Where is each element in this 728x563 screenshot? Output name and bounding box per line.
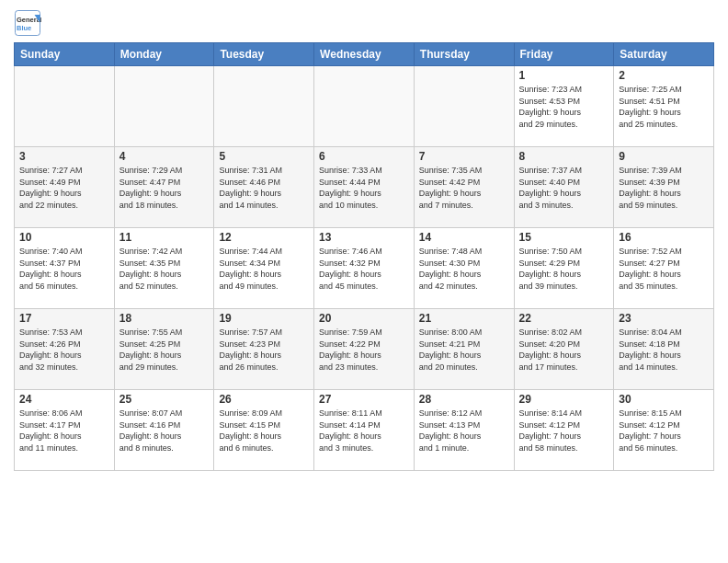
calendar-cell: 20Sunrise: 7:59 AM Sunset: 4:22 PM Dayli…: [314, 309, 415, 390]
day-info: Sunrise: 7:37 AM Sunset: 4:40 PM Dayligh…: [519, 165, 609, 211]
day-number: 15: [519, 231, 609, 244]
day-number: 5: [219, 150, 309, 163]
calendar-cell: 5Sunrise: 7:31 AM Sunset: 4:46 PM Daylig…: [214, 147, 314, 228]
day-number: 7: [419, 150, 509, 163]
day-number: 26: [219, 393, 309, 406]
day-info: Sunrise: 8:09 AM Sunset: 4:15 PM Dayligh…: [219, 408, 309, 454]
calendar-week-row: 24Sunrise: 8:06 AM Sunset: 4:17 PM Dayli…: [15, 390, 714, 471]
day-info: Sunrise: 7:46 AM Sunset: 4:32 PM Dayligh…: [319, 246, 409, 292]
day-number: 27: [319, 393, 409, 406]
day-info: Sunrise: 7:40 AM Sunset: 4:37 PM Dayligh…: [19, 246, 109, 292]
weekday-header: Friday: [514, 43, 614, 66]
day-info: Sunrise: 7:31 AM Sunset: 4:46 PM Dayligh…: [219, 165, 309, 211]
day-number: 4: [119, 150, 210, 163]
day-number: 21: [419, 312, 509, 325]
day-info: Sunrise: 8:06 AM Sunset: 4:17 PM Dayligh…: [19, 408, 109, 454]
calendar-week-row: 17Sunrise: 7:53 AM Sunset: 4:26 PM Dayli…: [15, 309, 714, 390]
weekday-header: Tuesday: [214, 43, 314, 66]
day-info: Sunrise: 8:14 AM Sunset: 4:12 PM Dayligh…: [519, 408, 609, 454]
calendar-cell: 7Sunrise: 7:35 AM Sunset: 4:42 PM Daylig…: [414, 147, 514, 228]
calendar-header-row: SundayMondayTuesdayWednesdayThursdayFrid…: [15, 43, 714, 66]
calendar-cell: 30Sunrise: 8:15 AM Sunset: 4:12 PM Dayli…: [614, 390, 714, 471]
day-number: 3: [19, 150, 109, 163]
calendar-cell: 22Sunrise: 8:02 AM Sunset: 4:20 PM Dayli…: [514, 309, 614, 390]
day-number: 11: [119, 231, 210, 244]
day-number: 17: [19, 312, 109, 325]
day-info: Sunrise: 7:55 AM Sunset: 4:25 PM Dayligh…: [119, 327, 210, 373]
day-number: 23: [619, 312, 709, 325]
logo: General Blue: [14, 9, 45, 37]
day-info: Sunrise: 7:39 AM Sunset: 4:39 PM Dayligh…: [619, 165, 709, 211]
day-number: 1: [519, 69, 609, 82]
calendar-cell: 3Sunrise: 7:27 AM Sunset: 4:49 PM Daylig…: [15, 147, 115, 228]
calendar-cell: [114, 66, 214, 147]
day-number: 30: [619, 393, 709, 406]
calendar-cell: 6Sunrise: 7:33 AM Sunset: 4:44 PM Daylig…: [314, 147, 415, 228]
day-number: 8: [519, 150, 609, 163]
calendar-cell: [414, 66, 514, 147]
day-number: 22: [519, 312, 609, 325]
day-info: Sunrise: 7:29 AM Sunset: 4:47 PM Dayligh…: [119, 165, 210, 211]
day-info: Sunrise: 7:25 AM Sunset: 4:51 PM Dayligh…: [619, 84, 709, 130]
calendar-cell: [314, 66, 415, 147]
calendar-cell: 11Sunrise: 7:42 AM Sunset: 4:35 PM Dayli…: [114, 228, 214, 309]
day-number: 29: [519, 393, 609, 406]
day-number: 9: [619, 150, 709, 163]
calendar-cell: 1Sunrise: 7:23 AM Sunset: 4:53 PM Daylig…: [514, 66, 614, 147]
weekday-header: Thursday: [414, 43, 514, 66]
day-info: Sunrise: 8:04 AM Sunset: 4:18 PM Dayligh…: [619, 327, 709, 373]
day-number: 16: [619, 231, 709, 244]
calendar-cell: 21Sunrise: 8:00 AM Sunset: 4:21 PM Dayli…: [414, 309, 514, 390]
day-info: Sunrise: 7:23 AM Sunset: 4:53 PM Dayligh…: [519, 84, 609, 130]
day-number: 10: [19, 231, 109, 244]
weekday-header: Monday: [114, 43, 214, 66]
day-info: Sunrise: 8:02 AM Sunset: 4:20 PM Dayligh…: [519, 327, 609, 373]
logo-icon: General Blue: [14, 9, 41, 37]
day-info: Sunrise: 7:35 AM Sunset: 4:42 PM Dayligh…: [419, 165, 509, 211]
day-info: Sunrise: 7:50 AM Sunset: 4:29 PM Dayligh…: [519, 246, 609, 292]
header: General Blue: [14, 9, 714, 37]
day-info: Sunrise: 7:52 AM Sunset: 4:27 PM Dayligh…: [619, 246, 709, 292]
day-info: Sunrise: 7:33 AM Sunset: 4:44 PM Dayligh…: [319, 165, 409, 211]
calendar-cell: 9Sunrise: 7:39 AM Sunset: 4:39 PM Daylig…: [614, 147, 714, 228]
calendar-cell: 23Sunrise: 8:04 AM Sunset: 4:18 PM Dayli…: [614, 309, 714, 390]
day-number: 19: [219, 312, 309, 325]
calendar-cell: [15, 66, 115, 147]
day-number: 25: [119, 393, 210, 406]
calendar-cell: 24Sunrise: 8:06 AM Sunset: 4:17 PM Dayli…: [15, 390, 115, 471]
day-info: Sunrise: 7:48 AM Sunset: 4:30 PM Dayligh…: [419, 246, 509, 292]
calendar-cell: 25Sunrise: 8:07 AM Sunset: 4:16 PM Dayli…: [114, 390, 214, 471]
day-info: Sunrise: 7:57 AM Sunset: 4:23 PM Dayligh…: [219, 327, 309, 373]
day-number: 13: [319, 231, 409, 244]
day-info: Sunrise: 7:27 AM Sunset: 4:49 PM Dayligh…: [19, 165, 109, 211]
day-info: Sunrise: 7:59 AM Sunset: 4:22 PM Dayligh…: [319, 327, 409, 373]
calendar-table: SundayMondayTuesdayWednesdayThursdayFrid…: [14, 42, 714, 471]
day-number: 18: [119, 312, 210, 325]
day-info: Sunrise: 7:44 AM Sunset: 4:34 PM Dayligh…: [219, 246, 309, 292]
day-info: Sunrise: 7:42 AM Sunset: 4:35 PM Dayligh…: [119, 246, 210, 292]
calendar-cell: 18Sunrise: 7:55 AM Sunset: 4:25 PM Dayli…: [114, 309, 214, 390]
calendar-cell: 29Sunrise: 8:14 AM Sunset: 4:12 PM Dayli…: [514, 390, 614, 471]
weekday-header: Saturday: [614, 43, 714, 66]
day-info: Sunrise: 8:11 AM Sunset: 4:14 PM Dayligh…: [319, 408, 409, 454]
day-number: 20: [319, 312, 409, 325]
day-info: Sunrise: 7:53 AM Sunset: 4:26 PM Dayligh…: [19, 327, 109, 373]
calendar-cell: 27Sunrise: 8:11 AM Sunset: 4:14 PM Dayli…: [314, 390, 415, 471]
calendar-week-row: 1Sunrise: 7:23 AM Sunset: 4:53 PM Daylig…: [15, 66, 714, 147]
calendar-cell: 17Sunrise: 7:53 AM Sunset: 4:26 PM Dayli…: [15, 309, 115, 390]
calendar-cell: 14Sunrise: 7:48 AM Sunset: 4:30 PM Dayli…: [414, 228, 514, 309]
day-number: 12: [219, 231, 309, 244]
calendar-cell: 10Sunrise: 7:40 AM Sunset: 4:37 PM Dayli…: [15, 228, 115, 309]
day-info: Sunrise: 8:12 AM Sunset: 4:13 PM Dayligh…: [419, 408, 509, 454]
calendar-cell: 2Sunrise: 7:25 AM Sunset: 4:51 PM Daylig…: [614, 66, 714, 147]
day-info: Sunrise: 8:15 AM Sunset: 4:12 PM Dayligh…: [619, 408, 709, 454]
calendar-week-row: 10Sunrise: 7:40 AM Sunset: 4:37 PM Dayli…: [15, 228, 714, 309]
svg-text:Blue: Blue: [17, 24, 31, 32]
day-number: 6: [319, 150, 409, 163]
day-number: 14: [419, 231, 509, 244]
calendar-cell: 26Sunrise: 8:09 AM Sunset: 4:15 PM Dayli…: [214, 390, 314, 471]
calendar-cell: [214, 66, 314, 147]
page: General Blue SundayMondayTuesdayWednesda…: [0, 0, 728, 480]
calendar-cell: 16Sunrise: 7:52 AM Sunset: 4:27 PM Dayli…: [614, 228, 714, 309]
weekday-header: Sunday: [15, 43, 115, 66]
